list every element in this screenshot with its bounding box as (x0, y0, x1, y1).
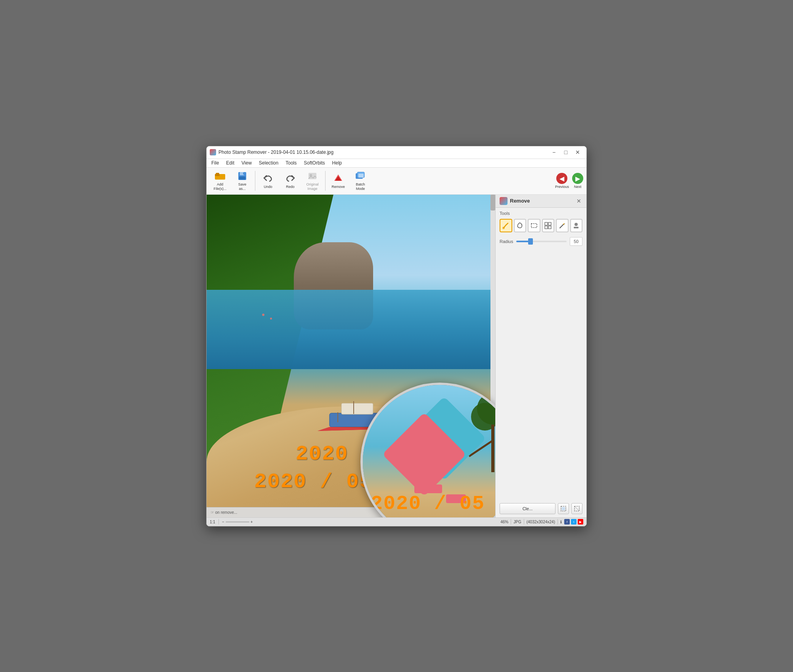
toolbox-close-button[interactable]: ✕ (575, 197, 582, 205)
main-area: 2020 / 05 / 09 2020 / 05 / (207, 195, 586, 517)
svg-point-26 (502, 227, 505, 229)
original-image-icon (307, 170, 318, 182)
radius-row: Radius 50 (496, 235, 586, 247)
radius-thumb[interactable] (528, 238, 533, 245)
batch-mode-button[interactable]: BatchMode (350, 169, 371, 192)
zoom-minus[interactable]: − (222, 520, 224, 524)
menu-view[interactable]: View (238, 159, 255, 167)
separator-1 (218, 519, 219, 525)
menu-bar: File Edit View Selection Tools SoftOrbit… (207, 159, 586, 168)
swimmer-1 (262, 314, 264, 316)
minimize-button[interactable]: − (548, 148, 559, 157)
zoom-plus[interactable]: + (251, 520, 253, 524)
menu-softorbits[interactable]: SoftOrbits (301, 159, 328, 167)
svg-point-35 (575, 223, 578, 226)
radius-track[interactable] (516, 241, 567, 242)
logo-date-text: 2020 / 05 / 09 (371, 492, 495, 515)
tool-wand[interactable] (556, 219, 569, 232)
radius-slider[interactable] (516, 238, 567, 245)
tool-lasso[interactable] (514, 219, 527, 232)
redo-button[interactable]: Redo (280, 169, 301, 192)
zoom-percent: 46% (500, 520, 508, 524)
menu-file[interactable]: File (208, 159, 222, 167)
svg-rect-6 (243, 172, 244, 174)
image-dimensions: (4032x3024x24) (527, 520, 555, 524)
youtube-icon[interactable]: ▶ (578, 519, 583, 525)
radius-value[interactable]: 50 (570, 237, 582, 246)
twitter-icon[interactable]: t (571, 519, 577, 525)
svg-rect-27 (531, 224, 537, 228)
toolbar-edit-group: Undo Redo O (258, 169, 323, 192)
batch-icon (355, 170, 366, 182)
zoom-slider[interactable]: − + (222, 520, 253, 524)
svg-rect-16 (337, 412, 338, 422)
svg-rect-13 (358, 174, 364, 178)
canvas-area[interactable]: 2020 / 05 / 09 2020 / 05 / (207, 195, 495, 517)
scrollbar-thumb[interactable] (490, 195, 495, 211)
svg-line-32 (560, 224, 564, 228)
svg-rect-29 (548, 222, 551, 225)
tool-grid[interactable] (542, 219, 555, 232)
svg-rect-5 (239, 176, 245, 180)
undo-button[interactable]: Undo (258, 169, 278, 192)
toolbar-nav: ◀ Previous ▶ Next (555, 173, 583, 189)
remove-hint-text: ☞ on remove... (211, 510, 237, 515)
menu-selection[interactable]: Selection (256, 159, 282, 167)
logo-dash-1 (414, 484, 442, 493)
toolbar-sep-1 (255, 171, 255, 191)
select-all-icon-btn[interactable] (558, 503, 569, 514)
svg-rect-17 (353, 401, 354, 414)
svg-rect-31 (548, 226, 551, 229)
logo-overlay-circle: 2020 / 05 / 09 (360, 383, 495, 517)
clear-button[interactable]: Cle... (500, 503, 555, 514)
svg-rect-2 (216, 173, 219, 174)
toolbox-title: Remove (510, 198, 530, 204)
toolbox-header: Remove ✕ (496, 195, 586, 208)
toolbox-title-row: Remove (500, 197, 530, 205)
radius-label: Radius (500, 239, 513, 244)
svg-rect-38 (562, 507, 565, 510)
toolbar: AddFile(s)... Saveas... (207, 168, 586, 195)
toolbar-file-group: AddFile(s)... Saveas... (210, 169, 253, 192)
tools-label: Tools (496, 208, 586, 217)
remove-button[interactable]: Remove (328, 169, 349, 192)
menu-help[interactable]: Help (329, 159, 345, 167)
app-window: Photo Stamp Remover - 2019-04-01 10.15.0… (206, 146, 587, 526)
toolbar-remove-group: Remove BatchMode (328, 169, 371, 192)
tool-brush[interactable] (500, 219, 512, 232)
zoom-track[interactable] (226, 521, 249, 523)
deselect-icon-btn[interactable] (571, 503, 582, 514)
menu-edit[interactable]: Edit (223, 159, 238, 167)
toolbox-actions: Cle... (496, 500, 586, 517)
save-as-button[interactable]: Saveas... (232, 169, 253, 192)
menu-tools[interactable]: Tools (282, 159, 300, 167)
redo-icon (285, 173, 296, 184)
separator-4 (557, 519, 558, 525)
folder-icon (215, 170, 226, 182)
separator-2 (511, 519, 511, 525)
previous-button[interactable]: ◀ Previous (555, 173, 569, 189)
add-files-button[interactable]: AddFile(s)... (210, 169, 230, 192)
remove-icon (333, 173, 344, 184)
svg-line-40 (575, 507, 578, 510)
maximize-button[interactable]: □ (560, 148, 571, 157)
previous-icon: ◀ (556, 173, 567, 184)
close-button[interactable]: ✕ (572, 148, 583, 157)
next-icon: ▶ (572, 173, 583, 184)
next-button[interactable]: ▶ Next (572, 173, 583, 189)
title-bar: Photo Stamp Remover - 2019-04-01 10.15.0… (207, 146, 586, 159)
toolbox-panel: Remove ✕ Tools (495, 195, 586, 517)
tool-stamp[interactable] (570, 219, 583, 232)
social-icons: f t ▶ (564, 519, 583, 525)
sea (207, 290, 495, 369)
tool-rect-select[interactable] (528, 219, 540, 232)
tools-grid (496, 217, 586, 235)
window-title: Photo Stamp Remover - 2019-04-01 10.15.0… (218, 149, 548, 155)
save-icon (237, 170, 248, 182)
undo-icon (262, 173, 274, 184)
facebook-icon[interactable]: f (564, 519, 570, 525)
svg-rect-36 (574, 227, 578, 228)
original-image-button[interactable]: OriginalImage (302, 169, 323, 192)
info-icon: ℹ (560, 520, 562, 524)
toolbox-eraser-icon (500, 197, 508, 205)
